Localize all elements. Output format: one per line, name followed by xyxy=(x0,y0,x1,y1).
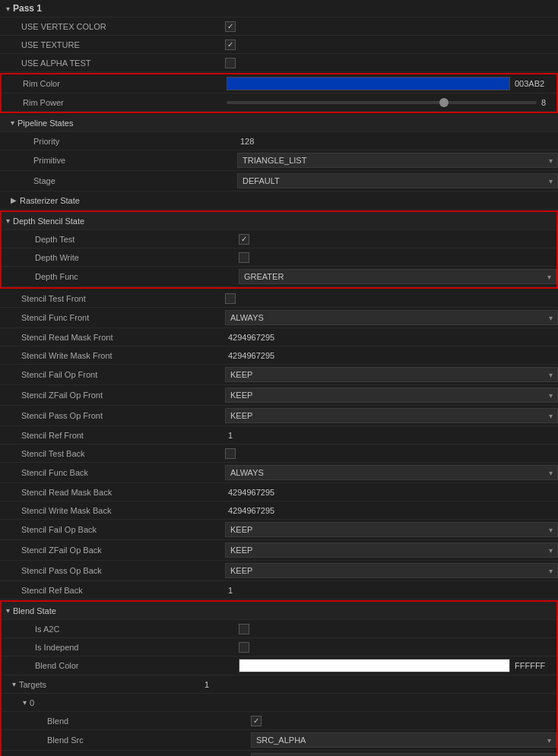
stencil-pass-op-back-value: KEEP ▾ xyxy=(225,563,558,578)
stencil-write-mask-front-value: 4294967295 xyxy=(225,350,558,362)
stencil-read-mask-front-row: Stencil Read Mask Front 4294967295 xyxy=(0,328,558,346)
targets-sub-row[interactable]: ▾ 0 xyxy=(2,694,556,712)
use-alpha-test-checkbox[interactable] xyxy=(225,58,236,68)
blend-color-bar[interactable] xyxy=(239,659,510,672)
use-alpha-test-row: USE ALPHA TEST xyxy=(0,54,558,72)
use-vertex-color-checkbox[interactable] xyxy=(225,21,236,32)
stencil-read-mask-back-row: Stencil Read Mask Back 4294967295 xyxy=(0,483,558,501)
stencil-fail-op-front-value: KEEP ▾ xyxy=(225,367,558,382)
targets-sub-arrow-icon: ▾ xyxy=(23,698,27,707)
depth-stencil-header[interactable]: ▾ Depth Stencil State xyxy=(2,212,556,230)
depth-func-dropdown[interactable]: GREATER ▾ xyxy=(239,269,556,284)
use-texture-row: USE TEXTURE xyxy=(0,36,558,54)
pipeline-states-header[interactable]: ▾ Pipeline States xyxy=(0,114,558,132)
depth-func-dropdown-text: GREATER xyxy=(244,272,284,281)
stencil-func-back-value: ALWAYS ▾ xyxy=(225,465,558,480)
depth-stencil-arrow: ▾ xyxy=(6,217,10,225)
stencil-read-mask-back-value: 4294967295 xyxy=(225,486,558,498)
depth-write-checkbox[interactable] xyxy=(239,252,249,263)
blend-src-dropdown-text: SRC_ALPHA xyxy=(256,735,306,745)
rim-power-number: 8 xyxy=(541,98,556,107)
stencil-pass-op-front-row: Stencil Pass Op Front KEEP ▾ xyxy=(0,406,558,426)
primitive-dropdown[interactable]: TRIANGLE_LIST ▾ xyxy=(237,153,558,168)
blend-dst-dropdown[interactable]: ONE ▾ xyxy=(251,753,556,756)
pass-header[interactable]: ▾ Pass 1 xyxy=(0,0,558,17)
stencil-pass-op-back-text: KEEP xyxy=(230,566,252,575)
targets-sub-label: 0 xyxy=(30,698,34,707)
stencil-zfail-op-back-row: Stencil ZFail Op Back KEEP ▾ xyxy=(0,540,558,561)
depth-test-checkbox[interactable] xyxy=(239,234,249,245)
blend-src-row: Blend Src SRC_ALPHA ▾ xyxy=(2,730,556,751)
stencil-write-mask-front-row: Stencil Write Mask Front 4294967295 xyxy=(0,346,558,365)
depth-stencil-section: ▾ Depth Stencil State Depth Test Depth W… xyxy=(0,210,558,289)
stencil-pass-op-back-dropdown[interactable]: KEEP ▾ xyxy=(225,563,558,578)
stencil-func-front-dropdown[interactable]: ALWAYS ▾ xyxy=(225,310,558,325)
stencil-test-front-checkbox[interactable] xyxy=(225,293,236,304)
depth-func-row: Depth Func GREATER ▾ xyxy=(2,267,556,287)
stencil-zfail-op-front-value: KEEP ▾ xyxy=(225,387,558,403)
rim-power-label: Rim Power xyxy=(23,98,227,107)
pipeline-states-arrow: ▾ xyxy=(11,119,14,127)
pipeline-states-label: Pipeline States xyxy=(17,119,73,128)
stage-dropdown[interactable]: DEFAULT ▾ xyxy=(237,173,558,188)
priority-row: Priority 128 xyxy=(0,132,558,150)
blend-label: Blend xyxy=(47,716,251,726)
use-vertex-color-label: USE VERTEX COLOR xyxy=(21,22,225,31)
blend-state-header[interactable]: ▾ Blend State xyxy=(2,602,556,620)
blend-dst-value: ONE ▾ xyxy=(251,753,556,756)
rim-color-row: Rim Color 003AB2 xyxy=(2,74,556,93)
stencil-zfail-op-front-dropdown[interactable]: KEEP ▾ xyxy=(225,387,558,403)
stencil-func-front-chevron-icon: ▾ xyxy=(549,314,553,322)
stage-dropdown-text: DEFAULT xyxy=(243,176,280,185)
is-independ-checkbox[interactable] xyxy=(239,642,249,653)
depth-write-row: Depth Write xyxy=(2,248,556,267)
priority-text: 128 xyxy=(237,135,257,147)
stencil-ref-front-row: Stencil Ref Front 1 xyxy=(0,426,558,444)
stencil-pass-op-front-dropdown[interactable]: KEEP ▾ xyxy=(225,408,558,423)
use-vertex-color-row: USE VERTEX COLOR xyxy=(0,17,558,36)
blend-src-chevron-icon: ▾ xyxy=(547,736,551,745)
stencil-func-front-text: ALWAYS xyxy=(230,313,264,322)
stencil-func-back-dropdown[interactable]: ALWAYS ▾ xyxy=(225,465,558,480)
targets-label: Targets xyxy=(19,680,201,689)
primitive-dropdown-text: TRIANGLE_LIST xyxy=(243,156,306,165)
stencil-func-back-text: ALWAYS xyxy=(230,468,264,477)
rim-color-hex: 003AB2 xyxy=(515,79,556,88)
is-a2c-checkbox[interactable] xyxy=(239,624,249,634)
pass-arrow-icon: ▾ xyxy=(6,5,10,13)
stencil-pass-op-front-chevron-icon: ▾ xyxy=(549,412,553,420)
primitive-label: Primitive xyxy=(33,156,237,165)
use-texture-value xyxy=(225,40,558,50)
rasterizer-arrow-icon: ▶ xyxy=(11,196,17,204)
depth-func-value: GREATER ▾ xyxy=(239,269,556,284)
stencil-fail-op-front-label: Stencil Fail Op Front xyxy=(21,370,225,379)
is-independ-value xyxy=(239,642,556,653)
rasterizer-state-header[interactable]: ▶ Rasterizer State xyxy=(0,191,558,210)
use-texture-checkbox[interactable] xyxy=(225,40,236,50)
depth-func-label: Depth Func xyxy=(35,272,239,281)
blend-checkbox[interactable] xyxy=(251,716,262,726)
stencil-fail-op-back-dropdown[interactable]: KEEP ▾ xyxy=(225,522,558,537)
stencil-fail-op-back-value: KEEP ▾ xyxy=(225,522,558,537)
stencil-test-back-row: Stencil Test Back xyxy=(0,444,558,463)
stencil-test-back-checkbox[interactable] xyxy=(225,448,236,459)
blend-src-dropdown[interactable]: SRC_ALPHA ▾ xyxy=(251,732,556,748)
stencil-zfail-op-back-dropdown[interactable]: KEEP ▾ xyxy=(225,542,558,558)
stencil-fail-op-front-row: Stencil Fail Op Front KEEP ▾ xyxy=(0,365,558,385)
blend-state-section: ▾ Blend State Is A2C Is Independ Blend C… xyxy=(0,600,558,756)
blend-src-value: SRC_ALPHA ▾ xyxy=(251,732,556,748)
stencil-pass-op-front-text: KEEP xyxy=(230,411,252,420)
stencil-zfail-op-front-row: Stencil ZFail Op Front KEEP ▾ xyxy=(0,385,558,406)
rim-power-slider-thumb[interactable] xyxy=(439,98,449,107)
rim-color-bar[interactable] xyxy=(227,77,510,90)
targets-row[interactable]: ▾ Targets 1 xyxy=(2,675,556,694)
stencil-read-mask-front-value: 4294967295 xyxy=(225,331,558,343)
stencil-read-mask-front-label: Stencil Read Mask Front xyxy=(21,333,225,342)
stencil-fail-op-front-dropdown[interactable]: KEEP ▾ xyxy=(225,367,558,382)
rim-power-slider-track[interactable] xyxy=(227,101,537,104)
rim-section: Rim Color 003AB2 Rim Power 8 xyxy=(0,73,558,113)
stencil-pass-op-back-label: Stencil Pass Op Back xyxy=(21,566,225,575)
stencil-read-mask-back-label: Stencil Read Mask Back xyxy=(21,488,225,497)
depth-test-row: Depth Test xyxy=(2,230,556,248)
stencil-write-mask-front-label: Stencil Write Mask Front xyxy=(21,351,225,360)
